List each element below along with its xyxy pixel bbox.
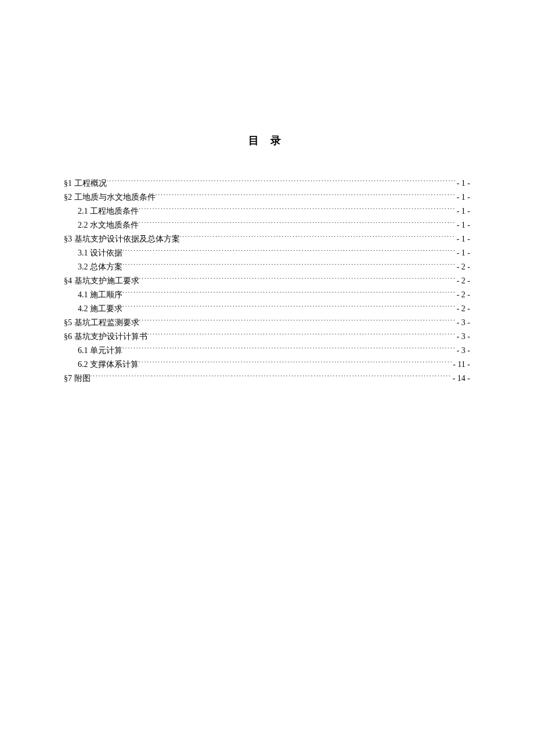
- toc-entry-label: §2 工地质与水文地质条件: [64, 190, 156, 204]
- toc-entry-page: - 1 -: [456, 190, 470, 204]
- toc-entry-page: - 2 -: [456, 274, 470, 288]
- toc-entry: 6.1 单元计算- 3 -: [64, 344, 470, 358]
- toc-entry-page: - 1 -: [456, 232, 470, 246]
- toc-entry-label: 4.1 施工顺序: [78, 288, 122, 302]
- toc-entry-page: - 1 -: [456, 218, 470, 232]
- toc-dots: [122, 289, 456, 297]
- toc-entry-label: §7 附图: [64, 372, 91, 386]
- toc-entry: 2.2 水文地质条件- 1 -: [64, 218, 470, 232]
- toc-entry-page: - 2 -: [456, 288, 470, 302]
- toc-dots: [139, 275, 456, 283]
- toc-dots: [139, 206, 456, 214]
- toc-entry: 3.2 总体方案- 2 -: [64, 260, 470, 274]
- toc-entry: 4.2 施工要求- 2 -: [64, 302, 470, 316]
- toc-entry-label: 4.2 施工要求: [78, 302, 122, 316]
- toc-dots: [122, 303, 456, 311]
- toc-entry: 3.1 设计依据- 1 -: [64, 246, 470, 260]
- toc-dots: [139, 359, 452, 367]
- toc-dots: [107, 178, 456, 186]
- toc-entry-page: - 3 -: [456, 316, 470, 330]
- toc-dots: [91, 373, 452, 381]
- toc-entry: §1 工程概况- 1 -: [64, 177, 470, 190]
- toc-entry-label: §1 工程概况: [64, 177, 107, 190]
- toc-entry-label: 2.1 工程地质条件: [78, 204, 139, 218]
- toc-entry: §5 基坑工程监测要求- 3 -: [64, 316, 470, 330]
- toc-title: 目 录: [64, 134, 470, 147]
- toc-entry-page: - 1 -: [456, 204, 470, 218]
- toc-dots: [139, 219, 456, 228]
- toc-entry: 4.1 施工顺序- 2 -: [64, 288, 470, 302]
- toc-entry-page: - 1 -: [456, 177, 470, 190]
- document-page: 目 录 §1 工程概况- 1 -§2 工地质与水文地质条件- 1 -2.1 工程…: [0, 0, 534, 386]
- toc-entry-page: - 2 -: [456, 302, 470, 316]
- toc-entry-label: 6.2 支撑体系计算: [78, 358, 139, 372]
- toc-dots: [122, 345, 456, 353]
- toc-entry-label: 3.2 总体方案: [78, 260, 122, 274]
- toc-entry-label: §5 基坑工程监测要求: [64, 316, 139, 330]
- toc-entry: §7 附图- 14 -: [64, 372, 470, 386]
- toc-dots: [122, 261, 456, 269]
- toc-entry: §2 工地质与水文地质条件- 1 -: [64, 190, 470, 204]
- toc-entry-page: - 3 -: [456, 344, 470, 358]
- toc-entry-label: 2.2 水文地质条件: [78, 218, 139, 232]
- toc-dots: [139, 317, 456, 325]
- toc-entry-page: - 3 -: [456, 330, 470, 344]
- toc-entry: 2.1 工程地质条件- 1 -: [64, 204, 470, 218]
- toc-entry-page: - 2 -: [456, 260, 470, 274]
- toc-entry: 6.2 支撑体系计算- 11 -: [64, 358, 470, 372]
- toc-entry-label: §3 基坑支护设计依据及总体方案: [64, 232, 180, 246]
- toc-entry: §6 基坑支护设计计算书- 3 -: [64, 330, 470, 344]
- toc-entry-label: §6 基坑支护设计计算书: [64, 330, 147, 344]
- toc-entry-page: - 11 -: [452, 358, 470, 372]
- toc-entry-page: - 1 -: [456, 246, 470, 260]
- toc-dots: [122, 247, 456, 255]
- toc-entry-label: 6.1 单元计算: [78, 344, 122, 358]
- toc-entry-label: 3.1 设计依据: [78, 246, 122, 260]
- table-of-contents: §1 工程概况- 1 -§2 工地质与水文地质条件- 1 -2.1 工程地质条件…: [64, 177, 470, 386]
- toc-dots: [156, 192, 456, 200]
- toc-entry: §3 基坑支护设计依据及总体方案- 1 -: [64, 232, 470, 246]
- toc-dots: [180, 233, 456, 242]
- toc-entry-page: - 14 -: [452, 372, 470, 386]
- toc-dots: [147, 331, 456, 339]
- toc-entry-label: §4 基坑支护施工要求: [64, 274, 139, 288]
- toc-entry: §4 基坑支护施工要求- 2 -: [64, 274, 470, 288]
